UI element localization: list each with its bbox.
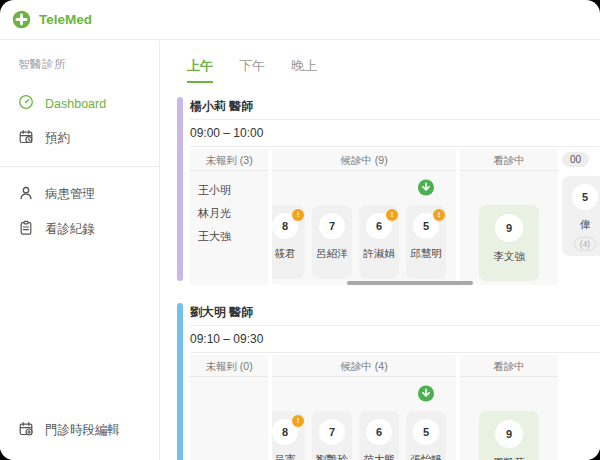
session-time: 09:10 – 09:30 bbox=[190, 326, 600, 353]
column-header-consulting: 看診中 bbox=[460, 149, 558, 171]
queue-number-value: 5 bbox=[423, 426, 429, 438]
queue-number: 5 bbox=[572, 184, 598, 210]
brand-name: TeleMed bbox=[39, 12, 92, 27]
sidebar-item-appointments[interactable]: 預約 bbox=[0, 121, 159, 156]
next-call-arrow-icon[interactable] bbox=[418, 385, 435, 402]
sidebar-item-label: Dashboard bbox=[45, 97, 106, 111]
column-waiting: 候診中 (9)8!筱君7呂紹洋6!許淑娟5!邱慧明 bbox=[272, 149, 456, 285]
patient-card[interactable]: 5偉(4) bbox=[562, 176, 600, 256]
tab-晚上[interactable]: 晚上 bbox=[291, 57, 317, 83]
patient-name[interactable]: 林月光 bbox=[198, 202, 260, 225]
patient-card[interactable]: 7劉艷玲 bbox=[312, 411, 352, 460]
queue-number-value: 7 bbox=[329, 426, 335, 438]
consulting-body: 9周凱莉 bbox=[460, 377, 558, 460]
calendar-plus-icon bbox=[18, 421, 34, 440]
patient-card-wrap: 6!許淑娟 bbox=[359, 205, 399, 279]
sidebar-nav-footer: 門診時段編輯 bbox=[0, 413, 159, 460]
sidebar-item-records[interactable]: 看診紀錄 bbox=[0, 212, 159, 247]
period-tabs: 上午下午晚上 bbox=[161, 57, 600, 83]
queue-number: 6 bbox=[366, 419, 392, 445]
main-content: 上午下午晚上 楊小莉 醫師09:00 – 10:00未報到 (3)王小明林月光王… bbox=[161, 41, 600, 460]
queue-number-value: 8 bbox=[282, 220, 288, 232]
patient-card[interactable]: 6!許淑娟 bbox=[359, 205, 399, 279]
column-header-not-checked-in: 未報到 (0) bbox=[190, 355, 268, 377]
doctor-name: 楊小莉 醫師 bbox=[190, 95, 600, 120]
column-header-consulting: 看診中 bbox=[460, 355, 558, 377]
queue-number: 9 bbox=[495, 420, 523, 448]
column-consulting: 看診中9李文強 bbox=[460, 149, 558, 285]
patient-card[interactable]: 7呂紹洋 bbox=[312, 205, 352, 279]
patient-card-wrap: 7劉艷玲 bbox=[312, 411, 352, 460]
patient-card[interactable]: 5!邱慧明 bbox=[406, 205, 446, 279]
queue-number: 5 bbox=[413, 419, 439, 445]
status-columns: 未報到 (3)王小明林月光王大強候診中 (9)8!筱君7呂紹洋6!許淑娟5!邱慧… bbox=[190, 149, 600, 285]
patient-card-name: 筱君 bbox=[275, 247, 296, 261]
tab-上午[interactable]: 上午 bbox=[187, 57, 213, 83]
sidebar-item-patients[interactable]: 病患管理 bbox=[0, 177, 159, 212]
patient-card-wrap: 8!呈憲 bbox=[272, 411, 305, 460]
patient-card-name: 偉 bbox=[580, 218, 591, 232]
patient-card-name: 張怡靜 bbox=[410, 453, 442, 460]
column-edge-clipped: 005偉(4) bbox=[562, 149, 600, 285]
sidebar-nav-top: Dashboard預約 bbox=[0, 86, 159, 156]
count-pill: (4) bbox=[574, 237, 596, 251]
not-checked-in-list bbox=[190, 377, 268, 393]
column-not-checked-in: 未報到 (3)王小明林月光王大強 bbox=[190, 149, 268, 285]
alert-badge-icon: ! bbox=[292, 209, 304, 221]
queue-number: 7 bbox=[319, 213, 345, 239]
doctor-session: 楊小莉 醫師09:00 – 10:00未報到 (3)王小明林月光王大強候診中 (… bbox=[177, 95, 600, 285]
queue-number: 5! bbox=[413, 213, 439, 239]
sidebar-item-label: 預約 bbox=[45, 130, 70, 147]
sidebar-spacer bbox=[0, 247, 159, 413]
consulting-patient-card[interactable]: 9周凱莉 bbox=[479, 411, 539, 460]
waiting-body: 8!呈憲7劉艷玲6范大熊5張怡靜 bbox=[272, 377, 456, 460]
gauge-icon bbox=[18, 94, 34, 113]
alert-badge-icon: ! bbox=[386, 209, 398, 221]
alert-badge-icon: ! bbox=[433, 209, 445, 221]
sidebar-divider bbox=[0, 166, 159, 167]
patient-card[interactable]: 8!筱君 bbox=[272, 205, 305, 279]
clinic-name: 智醫診所 bbox=[0, 57, 159, 72]
doctor-accent-bar bbox=[177, 303, 183, 460]
patient-card-wrap: 7呂紹洋 bbox=[312, 205, 352, 279]
column-header-not-checked-in: 未報到 (3) bbox=[190, 149, 268, 171]
consulting-body: 9李文強 bbox=[460, 171, 558, 281]
clipboard-icon bbox=[18, 220, 34, 239]
patient-card-wrap: 8!筱君 bbox=[272, 205, 305, 279]
sidebar-item-dashboard[interactable]: Dashboard bbox=[0, 86, 159, 121]
patient-name[interactable]: 王小明 bbox=[198, 179, 260, 202]
sidebar-item-schedule-edit[interactable]: 門診時段編輯 bbox=[0, 413, 159, 448]
queue-number-value: 8 bbox=[282, 426, 288, 438]
patient-card-name: 呂紹洋 bbox=[316, 247, 348, 261]
queue-number: 9 bbox=[495, 214, 523, 242]
doctor-name: 劉大明 醫師 bbox=[190, 301, 600, 326]
waiting-cards: 8!筱君7呂紹洋6!許淑娟5!邱慧明 bbox=[272, 205, 456, 279]
patient-card[interactable]: 5張怡靜 bbox=[406, 411, 446, 460]
queue-number: 7 bbox=[319, 419, 345, 445]
queue-number-value: 5 bbox=[423, 220, 429, 232]
patient-card-name: 許淑娟 bbox=[363, 247, 395, 261]
patient-card-wrap: 5張怡靜 bbox=[406, 411, 446, 460]
sidebar-item-label: 病患管理 bbox=[45, 186, 95, 203]
queue-number-value: 5 bbox=[582, 191, 588, 203]
column-consulting: 看診中9周凱莉 bbox=[460, 355, 558, 460]
waiting-body: 8!筱君7呂紹洋6!許淑娟5!邱慧明 bbox=[272, 171, 456, 279]
session-time: 09:00 – 10:00 bbox=[190, 120, 600, 147]
patient-card[interactable]: 6范大熊 bbox=[359, 411, 399, 460]
app-window: TeleMed 智醫診所 Dashboard預約 病患管理看診紀錄 門診時段編輯… bbox=[0, 0, 600, 460]
horizontal-scrollbar-thumb[interactable] bbox=[347, 281, 473, 285]
doctor-accent-bar bbox=[177, 97, 183, 281]
consulting-patient-card[interactable]: 9李文強 bbox=[479, 205, 539, 281]
next-call-arrow-icon[interactable] bbox=[418, 179, 435, 196]
status-columns: 未報到 (0)候診中 (4)8!呈憲7劉艷玲6范大熊5張怡靜看診中9周凱莉 bbox=[190, 355, 600, 460]
column-header-waiting: 候診中 (4) bbox=[272, 355, 456, 377]
patient-card[interactable]: 8!呈憲 bbox=[272, 411, 305, 460]
top-bar: TeleMed bbox=[0, 0, 600, 40]
not-checked-in-list: 王小明林月光王大強 bbox=[190, 171, 268, 256]
tab-下午[interactable]: 下午 bbox=[239, 57, 265, 83]
telemed-logo-icon bbox=[12, 10, 31, 29]
patient-name[interactable]: 王大強 bbox=[198, 225, 260, 248]
patient-card-name: 劉艷玲 bbox=[316, 453, 348, 460]
time-chip: 00 bbox=[562, 152, 589, 167]
column-not-checked-in: 未報到 (0) bbox=[190, 355, 268, 460]
